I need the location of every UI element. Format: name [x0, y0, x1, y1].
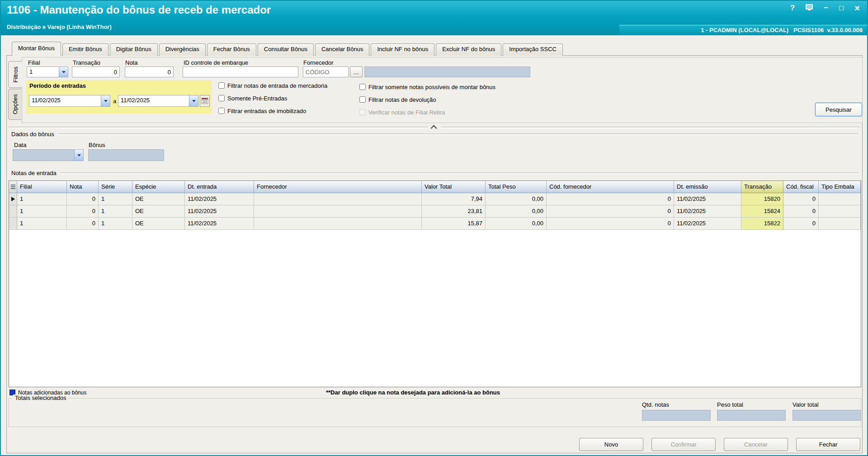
date-to-value: 11/02/2025 — [118, 95, 189, 106]
tab-fechar-bonus[interactable]: Fechar Bônus — [207, 43, 256, 56]
app-content: Montar BônusEmitir BônusDigitar BônusDiv… — [1, 35, 867, 455]
tab-excluir-nf-do-bonus[interactable]: Excluir NF do bônus — [436, 43, 501, 56]
table-cell: 1 — [99, 205, 132, 218]
table-cell: 0 — [547, 218, 674, 230]
column-header-valor-total[interactable]: Valor Total — [422, 181, 486, 193]
period-connector: a — [113, 98, 116, 104]
current-row-arrow-icon — [11, 197, 15, 201]
date-to-dropdown-arrow-icon[interactable] — [189, 95, 198, 106]
total-field-value — [642, 410, 711, 421]
maximize-button[interactable]: □ — [839, 4, 844, 12]
fechar-button[interactable]: Fechar — [796, 438, 860, 451]
tab-importacao-sscc[interactable]: Importação SSCC — [503, 43, 563, 56]
tab-digitar-bonus[interactable]: Digitar Bônus — [110, 43, 158, 56]
filial-combo[interactable]: 1 — [27, 66, 68, 77]
checkbox-filtrar-notas-de-devolucao[interactable]: Filtrar notas de devolução — [359, 95, 495, 104]
column-header-fornecedor[interactable]: Fornecedor — [254, 181, 422, 193]
app-window: 1106 - Manutenção do bônus de receb de m… — [0, 0, 868, 456]
table-cell: 15822 — [741, 218, 783, 230]
fornecedor-browse-button[interactable]: ... — [350, 66, 363, 77]
row-indicator-cell — [9, 205, 17, 218]
checkbox-input-verificar-notas-de-filial-retira — [359, 109, 366, 115]
column-header-cod-fornecedor[interactable]: Cód. fornecedor — [547, 181, 674, 193]
table-cell: 11/02/2025 — [674, 205, 741, 218]
tab-consultar-bonus[interactable]: Consultar Bônus — [258, 43, 314, 56]
table-cell: 11/02/2025 — [185, 218, 254, 230]
table-cell: 0 — [783, 193, 819, 205]
tab-incluir-nf-no-bonus[interactable]: Incluir NF no bônus — [371, 43, 434, 56]
date-from-dropdown-arrow-icon[interactable] — [101, 95, 110, 106]
checkbox-label: Somente Pré-Entradas — [227, 95, 287, 102]
checkbox-input-filtrar-notas-de-devolucao[interactable] — [359, 96, 366, 103]
table-row[interactable]: 101OE11/02/202515,870,00011/02/202515822… — [9, 218, 861, 230]
calendar-button[interactable] — [200, 95, 210, 107]
column-header-serie[interactable]: Série — [99, 181, 132, 193]
table-cell: OE — [132, 218, 185, 230]
titlebar: 1106 - Manutenção do bônus de receb de m… — [1, 1, 867, 35]
column-header-cod-fiscal[interactable]: Cód. fiscal — [783, 181, 819, 193]
close-button[interactable]: × — [854, 4, 860, 12]
filter-checkboxes-col1: Filtrar notas de entrada de mercadoriaSo… — [218, 81, 327, 115]
checkbox-filtrar-notas-de-entrada-de-mercadoria[interactable]: Filtrar notas de entrada de mercadoria — [218, 81, 327, 90]
column-header-especie[interactable]: Espécie — [132, 181, 185, 193]
fornecedor-name-field — [364, 66, 530, 77]
table-row[interactable]: 101OE11/02/202523,810,00011/02/202515824… — [9, 205, 861, 218]
pesquisar-button[interactable]: Pesquisar — [815, 103, 862, 116]
tab-divergencias[interactable]: Divergências — [159, 43, 206, 56]
display-icon — [806, 4, 813, 10]
nota-input[interactable] — [125, 66, 174, 77]
checkbox-input-somente-pre-entradas[interactable] — [218, 95, 225, 101]
window-subtitle: Distribuição e Varejo (Linha WinThor) — [7, 24, 112, 30]
date-from-combo[interactable]: 11/02/2025 — [29, 95, 110, 107]
total-field-value — [717, 410, 786, 421]
column-header-dt-entrada[interactable]: Dt. entrada — [185, 181, 254, 193]
table-cell: 11/02/2025 — [674, 218, 741, 230]
checkbox-input-filtrar-notas-de-entrada-de-mercadoria[interactable] — [218, 82, 225, 89]
calendar-icon — [201, 97, 208, 104]
filter-panel: Filial 1 Transação Nota ID controle de e… — [22, 57, 863, 123]
transacao-input[interactable] — [72, 66, 120, 77]
column-header-total-peso[interactable]: Total Peso — [486, 181, 547, 193]
grid-corner-cell[interactable] — [9, 181, 17, 193]
tab-montar-bonus[interactable]: Montar Bônus — [12, 42, 61, 56]
column-header-transacao[interactable]: Transação — [741, 181, 783, 193]
table-cell: OE — [132, 193, 185, 205]
notes-section-title: Notas de entrada — [11, 170, 859, 176]
bonus-date-dropdown-arrow-icon[interactable] — [74, 150, 83, 161]
bonus-date-combo[interactable] — [13, 149, 84, 161]
checkbox-somente-pre-entradas[interactable]: Somente Pré-Entradas — [218, 94, 327, 103]
checkbox-filtrar-somente-notas-possiveis-de-montar-bonus[interactable]: Filtrar somente notas possíveis de monta… — [359, 82, 495, 91]
filial-dropdown-arrow-icon[interactable] — [59, 67, 68, 77]
filter-checkboxes-col2: Filtrar somente notas possíveis de monta… — [359, 82, 495, 117]
table-cell: 7,94 — [422, 193, 486, 205]
collapse-chevron-button[interactable] — [428, 125, 441, 130]
novo-button[interactable]: Novo — [579, 438, 643, 451]
checkbox-filtrar-entradas-de-imobilizado[interactable]: Filtrar entradas de imobilizado — [218, 106, 327, 115]
display-button[interactable] — [806, 4, 813, 12]
total-field-label: Peso total — [717, 401, 786, 408]
checkbox-input-filtrar-somente-notas-possiveis-de-montar-bonus[interactable] — [359, 84, 366, 90]
checkbox-input-filtrar-entradas-de-imobilizado[interactable] — [218, 108, 225, 114]
checkbox-label: Verificar notas de Filial Retira — [368, 109, 445, 116]
filial-label: Filial — [28, 59, 40, 66]
side-tab-filtros[interactable]: Filtros — [8, 61, 22, 88]
column-header-nota[interactable]: Nota — [67, 181, 99, 193]
date-to-combo[interactable]: 11/02/2025 — [118, 95, 198, 107]
table-cell: OE — [132, 205, 185, 218]
tab-cancelar-bonus[interactable]: Cancelar Bônus — [315, 43, 370, 56]
column-header-filial[interactable]: Filial — [17, 181, 67, 193]
collapse-filters-button[interactable] — [9, 124, 860, 131]
table-row[interactable]: 101OE11/02/20257,940,00011/02/2025158200 — [9, 193, 861, 205]
notes-table[interactable]: FilialNotaSérieEspécieDt. entradaFornece… — [9, 180, 861, 387]
fornecedor-code-input[interactable] — [303, 66, 349, 77]
column-header-tipo-embala[interactable]: Tipo Embala — [819, 181, 861, 193]
table-cell — [819, 205, 861, 218]
id-embarque-input[interactable] — [183, 66, 298, 77]
period-label: Período de entradas — [29, 82, 86, 89]
column-header-dt-emissao[interactable]: Dt. emissão — [674, 181, 741, 193]
row-indicator-cell — [9, 193, 17, 205]
tab-emitir-bonus[interactable]: Emitir Bônus — [62, 43, 108, 56]
help-button[interactable]: ? — [790, 4, 795, 12]
minimize-button[interactable]: − — [824, 4, 828, 12]
side-tab-opcoes[interactable]: Opções — [8, 89, 22, 120]
